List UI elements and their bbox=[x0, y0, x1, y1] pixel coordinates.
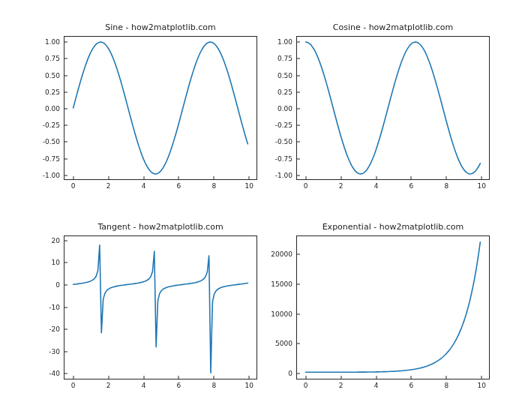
figure: Sine - how2matplotlib.com 0246810-1.00-0… bbox=[0, 0, 525, 420]
xtick-mark bbox=[446, 176, 447, 179]
xtick-label: 10 bbox=[478, 182, 486, 190]
subplot-title: Cosine - how2matplotlib.com bbox=[296, 22, 490, 32]
ytick-label: 0 bbox=[288, 370, 292, 377]
ytick-label: -0.50 bbox=[43, 138, 60, 146]
ytick-label: -0.50 bbox=[275, 138, 292, 146]
xtick-label: 6 bbox=[410, 382, 414, 389]
ytick-mark bbox=[297, 125, 300, 126]
ytick-mark bbox=[64, 374, 68, 374]
xtick-label: 0 bbox=[304, 382, 308, 389]
xtick-label: 2 bbox=[106, 182, 111, 190]
xtick-label: 2 bbox=[339, 182, 344, 190]
ytick-mark bbox=[297, 254, 300, 254]
ytick-label: 0.00 bbox=[45, 105, 60, 112]
ytick-mark bbox=[64, 42, 68, 43]
xtick-mark bbox=[73, 176, 74, 179]
ytick-label: 0.75 bbox=[45, 55, 60, 62]
xtick-mark bbox=[340, 176, 341, 179]
xtick-mark bbox=[411, 176, 412, 179]
ytick-mark bbox=[64, 92, 68, 92]
ytick-mark bbox=[64, 109, 68, 110]
xtick-mark bbox=[376, 376, 376, 379]
xtick-label: 6 bbox=[177, 382, 182, 389]
xtick-label: 4 bbox=[142, 182, 146, 190]
xtick-mark bbox=[249, 176, 250, 179]
ytick-label: 0.50 bbox=[278, 72, 292, 80]
xtick-label: 0 bbox=[71, 382, 76, 389]
ytick-mark bbox=[64, 240, 68, 241]
line-plot bbox=[64, 37, 256, 179]
xtick-mark bbox=[305, 376, 306, 379]
ytick-label: -1.00 bbox=[275, 172, 292, 179]
ytick-mark bbox=[64, 307, 68, 308]
ytick-mark bbox=[64, 351, 68, 352]
ytick-label: -20 bbox=[49, 326, 60, 333]
ytick-label: -0.25 bbox=[43, 122, 60, 129]
ytick-label: -0.25 bbox=[275, 122, 292, 129]
xtick-label: 0 bbox=[304, 182, 308, 190]
subplot-exponential: Exponential - how2matplotlib.com 0246810… bbox=[296, 236, 490, 380]
ytick-mark bbox=[64, 284, 68, 285]
ytick-label: 15000 bbox=[271, 280, 292, 288]
subplot-cosine: Cosine - how2matplotlib.com 0246810-1.00… bbox=[296, 36, 490, 180]
ytick-label: -0.75 bbox=[275, 155, 292, 163]
xtick-mark bbox=[482, 176, 482, 179]
ytick-mark bbox=[297, 109, 300, 110]
xtick-label: 10 bbox=[245, 182, 254, 190]
xtick-label: 2 bbox=[106, 382, 111, 389]
xtick-label: 8 bbox=[212, 382, 216, 389]
ytick-mark bbox=[297, 158, 300, 159]
ytick-label: 0.50 bbox=[45, 72, 60, 80]
xtick-label: 0 bbox=[71, 182, 76, 190]
xtick-mark bbox=[482, 376, 482, 379]
ytick-mark bbox=[297, 284, 300, 284]
xtick-mark bbox=[73, 376, 74, 379]
xtick-label: 4 bbox=[374, 182, 379, 190]
xtick-label: 6 bbox=[177, 182, 182, 190]
plot-area: 024681005000100001500020000 bbox=[296, 236, 490, 380]
ytick-label: 10000 bbox=[271, 310, 292, 318]
ytick-label: 1.00 bbox=[278, 38, 292, 46]
xtick-label: 10 bbox=[478, 382, 486, 389]
ytick-mark bbox=[64, 142, 68, 142]
xtick-mark bbox=[340, 376, 341, 379]
xtick-mark bbox=[376, 176, 376, 179]
ytick-mark bbox=[64, 329, 68, 330]
ytick-mark bbox=[64, 75, 68, 76]
xtick-label: 6 bbox=[410, 182, 414, 190]
ytick-mark bbox=[297, 175, 300, 176]
ytick-mark bbox=[64, 58, 68, 59]
xtick-label: 2 bbox=[339, 382, 344, 389]
ytick-label: -40 bbox=[49, 370, 60, 377]
plot-area: 0246810-40-30-20-1001020 bbox=[64, 236, 257, 380]
ytick-label: 5000 bbox=[275, 340, 292, 347]
ytick-label: 0.25 bbox=[45, 88, 60, 96]
xtick-mark bbox=[214, 176, 214, 179]
subplot-title: Exponential - how2matplotlib.com bbox=[296, 222, 490, 232]
ytick-label: -1.00 bbox=[43, 172, 60, 179]
ytick-label: 0.00 bbox=[278, 105, 292, 112]
xtick-label: 4 bbox=[142, 382, 146, 389]
xtick-mark bbox=[108, 176, 109, 179]
ytick-mark bbox=[64, 158, 68, 159]
xtick-mark bbox=[143, 176, 144, 179]
subplot-title: Tangent - how2matplotlib.com bbox=[64, 222, 257, 232]
xtick-mark bbox=[411, 376, 412, 379]
ytick-label: 0 bbox=[56, 281, 60, 289]
ytick-mark bbox=[297, 344, 300, 344]
ytick-label: -10 bbox=[49, 304, 60, 311]
xtick-mark bbox=[446, 376, 447, 379]
xtick-label: 8 bbox=[444, 182, 448, 190]
ytick-mark bbox=[297, 92, 300, 92]
xtick-label: 4 bbox=[374, 382, 379, 389]
plot-area: 0246810-1.00-0.75-0.50-0.250.000.250.500… bbox=[296, 36, 490, 180]
ytick-label: 0.25 bbox=[278, 88, 292, 96]
ytick-label: 20000 bbox=[271, 250, 292, 258]
ytick-mark bbox=[297, 314, 300, 314]
xtick-mark bbox=[178, 376, 179, 379]
ytick-mark bbox=[297, 374, 300, 374]
ytick-mark bbox=[64, 175, 68, 176]
ytick-mark bbox=[297, 142, 300, 142]
subplot-tangent: Tangent - how2matplotlib.com 0246810-40-… bbox=[64, 236, 257, 380]
subplot-sine: Sine - how2matplotlib.com 0246810-1.00-0… bbox=[64, 36, 257, 180]
